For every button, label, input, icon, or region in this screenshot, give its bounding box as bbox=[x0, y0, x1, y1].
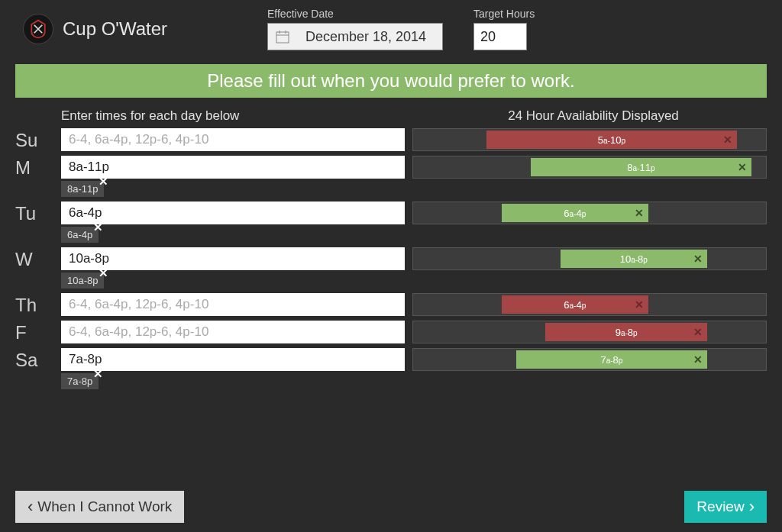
time-range-input[interactable] bbox=[61, 348, 405, 371]
day-main: 7a-8p✕ bbox=[61, 348, 767, 371]
availability-block[interactable]: 6a-4p✕ bbox=[502, 204, 649, 222]
time-chips: 7a-8p✕ bbox=[61, 373, 767, 389]
close-icon[interactable]: ✕ bbox=[99, 175, 108, 189]
day-row: Sa7a-8p✕7a-8p✕ bbox=[15, 348, 767, 389]
close-icon[interactable]: ✕ bbox=[93, 221, 103, 234]
day-label: M bbox=[15, 156, 61, 179]
time-range-input[interactable] bbox=[61, 321, 405, 343]
target-hours-field: Target Hours bbox=[473, 8, 535, 50]
time-chip[interactable]: 10a-8p✕ bbox=[61, 272, 104, 289]
day-body: 7a-8p✕7a-8p✕ bbox=[61, 348, 767, 389]
day-body: 6a-4p✕ bbox=[61, 293, 767, 316]
time-chips: 6a-4p✕ bbox=[61, 227, 767, 243]
target-hours-label: Target Hours bbox=[473, 8, 535, 20]
day-body: 9a-8p✕ bbox=[61, 321, 767, 343]
back-button[interactable]: ‹ When I Cannot Work bbox=[15, 491, 184, 523]
close-icon[interactable]: ✕ bbox=[635, 298, 644, 311]
day-label: Su bbox=[15, 128, 61, 151]
availability-block[interactable]: 9a-8p✕ bbox=[545, 323, 707, 341]
availability-timeline: 9a-8p✕ bbox=[412, 321, 767, 343]
block-label: 7a-8p bbox=[600, 354, 622, 366]
app-logo-icon bbox=[23, 14, 53, 44]
calendar-icon bbox=[276, 30, 289, 44]
instruction-banner: Please fill out when you would prefer to… bbox=[15, 64, 767, 98]
logo-area: Cup O'Water bbox=[23, 14, 237, 44]
left-column-header: Enter times for each day below bbox=[61, 108, 420, 124]
time-range-input[interactable] bbox=[61, 202, 405, 224]
target-hours-input[interactable] bbox=[473, 23, 527, 50]
day-row: W10a-8p✕10a-8p✕ bbox=[15, 247, 767, 289]
day-main: 5a-10p✕ bbox=[61, 128, 767, 151]
availability-block[interactable]: 6a-4p✕ bbox=[502, 295, 649, 314]
day-body: 5a-10p✕ bbox=[61, 128, 767, 151]
availability-block[interactable]: 5a-10p✕ bbox=[486, 131, 736, 149]
availability-block[interactable]: 10a-8p✕ bbox=[561, 250, 708, 268]
close-icon[interactable]: ✕ bbox=[93, 367, 103, 381]
day-label: Th bbox=[15, 293, 61, 316]
block-label: 9a-8p bbox=[616, 327, 638, 338]
header: Cup O'Water Effective Date December 18, … bbox=[0, 0, 782, 64]
time-chip[interactable]: 6a-4p✕ bbox=[61, 227, 99, 243]
right-column-header: 24 Hour Availability Displayed bbox=[420, 108, 767, 124]
day-main: 9a-8p✕ bbox=[61, 321, 767, 343]
block-label: 8a-11p bbox=[627, 162, 654, 173]
day-label: Sa bbox=[15, 348, 61, 371]
footer: ‹ When I Cannot Work Review › bbox=[15, 491, 767, 523]
day-main: 6a-4p✕ bbox=[61, 202, 767, 224]
effective-date-label: Effective Date bbox=[267, 8, 443, 20]
close-icon[interactable]: ✕ bbox=[693, 253, 703, 265]
day-body: 10a-8p✕10a-8p✕ bbox=[61, 247, 767, 289]
chevron-right-icon: › bbox=[749, 497, 755, 517]
day-main: 8a-11p✕ bbox=[61, 156, 767, 179]
app-title: Cup O'Water bbox=[63, 18, 167, 40]
back-button-label: When I Cannot Work bbox=[37, 498, 172, 515]
effective-date-value: December 18, 2014 bbox=[297, 29, 435, 45]
day-body: 6a-4p✕6a-4p✕ bbox=[61, 202, 767, 243]
close-icon[interactable]: ✕ bbox=[635, 207, 644, 219]
time-range-input[interactable] bbox=[61, 156, 405, 179]
close-icon[interactable]: ✕ bbox=[738, 161, 747, 173]
day-body: 8a-11p✕8a-11p✕ bbox=[61, 156, 767, 197]
review-button-label: Review bbox=[696, 498, 744, 515]
time-chip[interactable]: 8a-11p✕ bbox=[61, 181, 104, 197]
day-main: 6a-4p✕ bbox=[61, 293, 767, 316]
chevron-left-icon: ‹ bbox=[27, 497, 33, 517]
time-range-input[interactable] bbox=[61, 293, 405, 316]
block-label: 6a-4p bbox=[564, 208, 586, 219]
day-label: W bbox=[15, 247, 61, 270]
availability-timeline: 7a-8p✕ bbox=[412, 348, 767, 371]
block-label: 6a-4p bbox=[564, 299, 586, 311]
close-icon[interactable]: ✕ bbox=[693, 353, 703, 366]
availability-block[interactable]: 8a-11p✕ bbox=[531, 158, 751, 176]
effective-date-input[interactable]: December 18, 2014 bbox=[267, 23, 443, 50]
svg-rect-0 bbox=[276, 32, 289, 43]
block-label: 10a-8p bbox=[620, 253, 648, 265]
day-label: F bbox=[15, 321, 61, 343]
day-row: F9a-8p✕ bbox=[15, 321, 767, 343]
availability-timeline: 6a-4p✕ bbox=[412, 293, 767, 316]
time-chip[interactable]: 7a-8p✕ bbox=[61, 373, 99, 389]
availability-timeline: 10a-8p✕ bbox=[412, 247, 767, 270]
time-chips: 8a-11p✕ bbox=[61, 181, 767, 197]
day-main: 10a-8p✕ bbox=[61, 247, 767, 270]
day-row: Tu6a-4p✕6a-4p✕ bbox=[15, 202, 767, 243]
time-chips: 10a-8p✕ bbox=[61, 272, 767, 289]
column-headers: Enter times for each day below 24 Hour A… bbox=[15, 105, 767, 128]
day-row: Th6a-4p✕ bbox=[15, 293, 767, 316]
availability-timeline: 8a-11p✕ bbox=[412, 156, 767, 179]
day-label: Tu bbox=[15, 202, 61, 224]
close-icon[interactable]: ✕ bbox=[693, 326, 703, 338]
close-icon[interactable]: ✕ bbox=[723, 134, 732, 146]
time-range-input[interactable] bbox=[61, 128, 405, 151]
availability-block[interactable]: 7a-8p✕ bbox=[516, 350, 707, 369]
availability-timeline: 5a-10p✕ bbox=[412, 128, 767, 151]
close-icon[interactable]: ✕ bbox=[99, 266, 108, 280]
day-row: M8a-11p✕8a-11p✕ bbox=[15, 156, 767, 197]
schedule-content: Enter times for each day below 24 Hour A… bbox=[0, 98, 782, 389]
day-row: Su5a-10p✕ bbox=[15, 128, 767, 151]
block-label: 5a-10p bbox=[598, 134, 625, 146]
availability-timeline: 6a-4p✕ bbox=[412, 202, 767, 224]
review-button[interactable]: Review › bbox=[684, 491, 767, 523]
effective-date-field: Effective Date December 18, 2014 bbox=[267, 8, 443, 50]
time-range-input[interactable] bbox=[61, 247, 405, 270]
